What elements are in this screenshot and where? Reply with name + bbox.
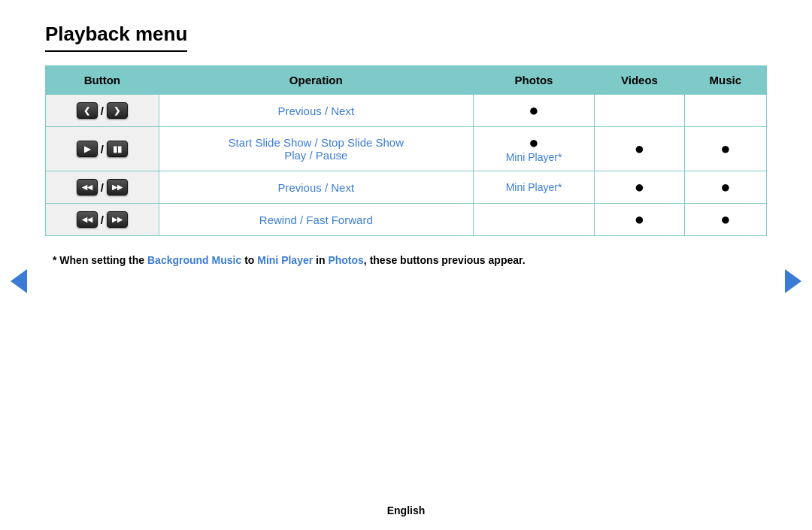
ffwd-btn: ▶▶ [107,211,128,228]
language-label: English [387,504,426,516]
operation-cell-4: Rewind / Fast Forward [159,204,473,236]
col-photos: Photos [473,66,594,95]
table-row: ◀◀ / ▶▶ Previous / Next Mini Player* ● ● [46,171,767,204]
prev-page-button[interactable] [11,269,27,293]
photos-cell-2: ● Mini Player* [473,127,594,171]
music-cell-4: ● [684,204,766,236]
music-cell-3: ● [684,171,766,204]
col-operation: Operation [159,66,473,95]
pause-btn: ▮▮ [107,141,128,157]
music-cell-2: ● [684,127,766,171]
photos-cell-3: Mini Player* [473,171,594,204]
operation-cell-1: Previous / Next [159,95,473,127]
rewind-btn: ◀◀ [77,211,98,228]
videos-cell-2: ● [595,127,685,171]
col-music: Music [684,66,766,95]
photos-cell-4 [473,204,594,236]
button-cell-3: ◀◀ / ▶▶ [46,171,159,204]
photos-cell-1: ● [473,95,594,127]
videos-cell-4: ● [595,204,685,236]
music-cell-1 [684,95,766,127]
col-videos: Videos [595,66,685,95]
page-title: Playback menu [45,23,187,52]
operation-cell-2: Start Slide Show / Stop Slide Show Play … [159,127,473,171]
button-cell-2: ▶ / ▮▮ [46,127,159,171]
videos-cell-3: ● [595,171,685,204]
skip-prev-btn: ◀◀ [77,179,98,195]
videos-cell-1 [595,95,685,127]
playback-table: Button Operation Photos Videos Music ❮ /… [45,65,767,236]
table-row: ❮ / ❯ Previous / Next ● [46,95,767,127]
operation-cell-3: Previous / Next [159,171,473,204]
footnote: * When setting the Background Music to M… [45,254,767,266]
skip-next-btn: ▶▶ [107,179,128,195]
col-button: Button [46,66,159,95]
prev-btn-1: ❮ [77,102,98,119]
table-row: ◀◀ / ▶▶ Rewind / Fast Forward ● ● [46,204,767,236]
button-cell-4: ◀◀ / ▶▶ [46,204,159,236]
button-cell-1: ❮ / ❯ [46,95,159,127]
next-btn-1: ❯ [107,102,128,119]
table-row: ▶ / ▮▮ Start Slide Show / Stop Slide Sho… [46,127,767,171]
play-btn: ▶ [77,141,98,157]
next-page-button[interactable] [785,269,801,293]
